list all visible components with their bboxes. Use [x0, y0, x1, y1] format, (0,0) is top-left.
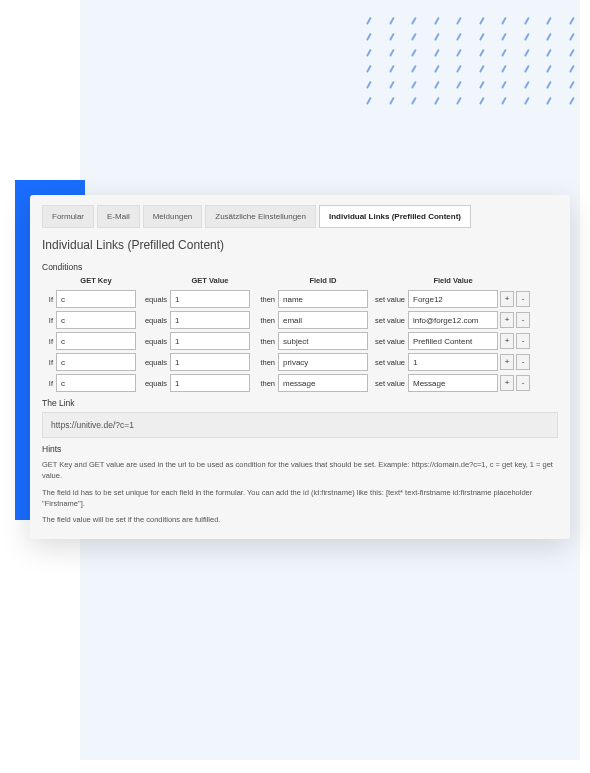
hints-text: GET Key and GET value are used in the ur… [42, 459, 558, 525]
field-id-input[interactable] [278, 311, 368, 329]
conditions-heading: Conditions [42, 262, 558, 272]
remove-row-button[interactable]: - [516, 354, 530, 370]
label-set-value: set value [370, 358, 406, 367]
condition-row: Ifequalsthenset value+- [42, 290, 558, 308]
link-display: https://unitive.de/?c=1 [42, 412, 558, 438]
field-id-input[interactable] [278, 353, 368, 371]
field-value-input[interactable] [408, 353, 498, 371]
remove-row-button[interactable]: - [516, 312, 530, 328]
hint-line: GET Key and GET value are used in the ur… [42, 459, 558, 482]
condition-row: Ifequalsthenset value+- [42, 332, 558, 350]
get-key-input[interactable] [56, 374, 136, 392]
field-id-input[interactable] [278, 290, 368, 308]
field-value-input[interactable] [408, 290, 498, 308]
label-set-value: set value [370, 316, 406, 325]
label-equals: equals [138, 316, 168, 325]
conditions-rows: Ifequalsthenset value+-Ifequalsthenset v… [42, 290, 558, 392]
get-value-input[interactable] [170, 332, 250, 350]
tab-individual-links-prefilled-content-[interactable]: Individual Links (Prefilled Content) [319, 205, 471, 228]
section-title: Individual Links (Prefilled Content) [42, 238, 558, 252]
hints-heading: Hints [42, 444, 558, 454]
add-row-button[interactable]: + [500, 333, 514, 349]
get-key-input[interactable] [56, 353, 136, 371]
decorative-ticks [365, 20, 575, 102]
label-if: If [42, 358, 54, 367]
field-value-input[interactable] [408, 332, 498, 350]
add-row-button[interactable]: + [500, 312, 514, 328]
tab-formular[interactable]: Formular [42, 205, 94, 228]
get-key-input[interactable] [56, 290, 136, 308]
tab-zus-tzliche-einstellungen[interactable]: Zusätzliche Einstellungen [205, 205, 316, 228]
label-if: If [42, 295, 54, 304]
tab-e-mail[interactable]: E-Mail [97, 205, 140, 228]
add-row-button[interactable]: + [500, 291, 514, 307]
label-then: then [252, 337, 276, 346]
settings-panel: FormularE-MailMeldungenZusätzliche Einst… [30, 195, 570, 539]
label-equals: equals [138, 358, 168, 367]
label-set-value: set value [370, 337, 406, 346]
label-then: then [252, 295, 276, 304]
col-get-value: GET Value [170, 276, 250, 287]
add-row-button[interactable]: + [500, 375, 514, 391]
remove-row-button[interactable]: - [516, 291, 530, 307]
get-key-input[interactable] [56, 332, 136, 350]
field-value-input[interactable] [408, 311, 498, 329]
condition-row: Ifequalsthenset value+- [42, 311, 558, 329]
label-equals: equals [138, 337, 168, 346]
field-id-input[interactable] [278, 332, 368, 350]
col-field-value: Field Value [408, 276, 498, 287]
remove-row-button[interactable]: - [516, 375, 530, 391]
field-value-input[interactable] [408, 374, 498, 392]
add-row-button[interactable]: + [500, 354, 514, 370]
label-then: then [252, 358, 276, 367]
label-if: If [42, 337, 54, 346]
link-heading: The Link [42, 398, 558, 408]
condition-row: Ifequalsthenset value+- [42, 353, 558, 371]
conditions-header-row: GET Key GET Value Field ID Field Value [42, 276, 558, 287]
label-if: If [42, 316, 54, 325]
label-equals: equals [138, 379, 168, 388]
remove-row-button[interactable]: - [516, 333, 530, 349]
tabs: FormularE-MailMeldungenZusätzliche Einst… [42, 205, 558, 228]
col-get-key: GET Key [56, 276, 136, 287]
label-equals: equals [138, 295, 168, 304]
label-then: then [252, 316, 276, 325]
tab-meldungen[interactable]: Meldungen [143, 205, 203, 228]
get-value-input[interactable] [170, 374, 250, 392]
label-then: then [252, 379, 276, 388]
label-set-value: set value [370, 295, 406, 304]
col-field-id: Field ID [278, 276, 368, 287]
label-set-value: set value [370, 379, 406, 388]
get-value-input[interactable] [170, 353, 250, 371]
get-value-input[interactable] [170, 290, 250, 308]
get-value-input[interactable] [170, 311, 250, 329]
field-id-input[interactable] [278, 374, 368, 392]
hint-line: The field id has to be set unique for ea… [42, 487, 558, 510]
label-if: If [42, 379, 54, 388]
hint-line: The field value will be set if the condi… [42, 514, 558, 525]
condition-row: Ifequalsthenset value+- [42, 374, 558, 392]
get-key-input[interactable] [56, 311, 136, 329]
